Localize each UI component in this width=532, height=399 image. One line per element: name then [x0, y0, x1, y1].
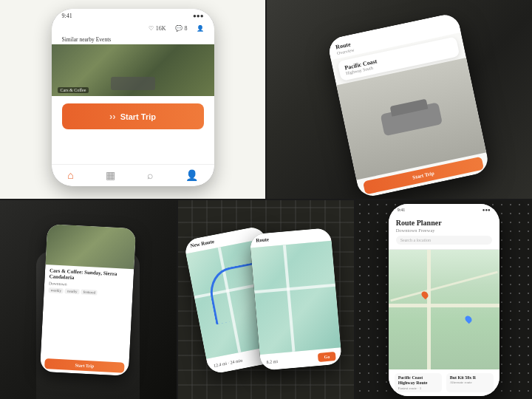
heart-icon: ♡	[149, 25, 154, 32]
top-right-panel: Route Overview Pacific Coast Highway Sou…	[267, 0, 532, 199]
br-destination-pin-2	[464, 315, 474, 324]
event-hero-image: Cars & Coffee	[52, 44, 214, 96]
bl-content: Cars & Coffee: Sunday, Sierra Candalaria…	[41, 264, 134, 359]
likes-count: ♡ 16K	[149, 25, 166, 32]
map-road-v-2	[283, 245, 296, 352]
br-status-bar: 9:41 ●●●	[389, 204, 499, 216]
bl-tag-weekly: weekly	[49, 287, 64, 293]
phone-mockup-bm-2: Route 8.2 mi Go	[249, 228, 342, 371]
br-time: 9:41	[398, 208, 406, 212]
car-illustration	[380, 101, 442, 135]
br-dest-name-2: But Kit 58x R	[450, 375, 490, 381]
phone-screen-br: 9:41 ●●● Route Planner Downtown Freeway …	[389, 204, 499, 396]
map-nav-icon[interactable]: ▦	[106, 169, 115, 182]
profile-icon: 👤	[197, 25, 204, 32]
comment-icon: 💬	[175, 25, 183, 32]
battery-indicator: ●●●	[193, 13, 204, 19]
br-battery: ●●●	[482, 208, 491, 212]
start-trip-button[interactable]: Start Trip	[62, 103, 204, 129]
br-bottom-card: Pacific Coast Highway Route Fastest rout…	[389, 369, 499, 395]
br-map	[389, 250, 499, 370]
bl-start-trip-button[interactable]: Start Trip	[44, 358, 125, 373]
br-destination-1[interactable]: Pacific Coast Highway Route Fastest rout…	[395, 373, 442, 392]
chevron-icon	[109, 111, 116, 122]
bm-go-button-2[interactable]: Go	[318, 352, 336, 362]
event-card-label: Cars & Coffee	[58, 87, 89, 93]
stone-background: Route Overview Pacific Coast Highway Sou…	[267, 0, 532, 199]
status-bar: 9:41 ●●●	[52, 9, 214, 22]
phone-screen-tl: 9:41 ●●● ♡ 16K 💬 8 👤 Similar nearby Even…	[52, 9, 214, 186]
top-left-panel: 9:41 ●●● ♡ 16K 💬 8 👤 Similar nearby Even…	[0, 0, 265, 199]
bottom-left-panel: Cars & Coffee: Sunday, Sierra Candalaria…	[0, 200, 177, 399]
profile-nav-icon[interactable]: 👤	[185, 169, 198, 182]
br-route-subtitle: Downtown Freeway	[396, 228, 492, 233]
bl-tag-nearby: nearby	[65, 288, 80, 294]
phone-screen-tr: Route Overview Pacific Coast Highway Sou…	[326, 12, 490, 199]
bottom-middle-panel: New Route 12.4 mi · 24 min Go	[178, 200, 355, 399]
bl-tag-featured: featured	[81, 289, 98, 295]
comments-count: 💬 8	[175, 25, 188, 32]
map-road-h-2	[254, 284, 335, 294]
hand-background: Cars & Coffee: Sunday, Sierra Candalaria…	[0, 200, 177, 399]
bottom-right-panel: 9:41 ●●● Route Planner Downtown Freeway …	[355, 200, 532, 399]
br-road-v	[427, 250, 431, 370]
phones-group: New Route 12.4 mi · 24 min Go	[178, 221, 355, 379]
br-dest-sub-2: Alternate route	[450, 381, 490, 384]
bm-map-2	[250, 241, 341, 355]
br-route-title: Route Planner	[396, 219, 492, 227]
dotted-background: 9:41 ●●● Route Planner Downtown Freeway …	[355, 200, 532, 399]
br-road-h	[389, 304, 499, 307]
bottom-row: Cars & Coffee: Sunday, Sierra Candalaria…	[0, 200, 532, 399]
phone-mockup-br: 9:41 ●●● Route Planner Downtown Freeway …	[389, 204, 499, 396]
nearby-events-label: Similar nearby Events	[52, 35, 214, 44]
phone-mockup-bl: Cars & Coffee: Sunday, Sierra Candalaria…	[40, 223, 136, 375]
br-destination-2[interactable]: But Kit 58x R Alternate route	[446, 373, 494, 392]
social-bar: ♡ 16K 💬 8 👤	[52, 22, 214, 35]
br-dest-name-1: Pacific Coast Highway Route	[398, 375, 438, 386]
home-nav-icon[interactable]: ⌂	[67, 170, 73, 182]
time-display: 9:41	[62, 13, 72, 19]
search-nav-icon[interactable]: ⌕	[147, 170, 153, 182]
bottom-nav: ⌂ ▦ ⌕ 👤	[52, 164, 214, 186]
bm-route-info-2: 8.2 mi	[266, 359, 278, 364]
br-search-box[interactable]: Search a location	[396, 236, 492, 245]
bm-route-info: 12.4 mi · 24 min	[214, 358, 243, 368]
br-dest-sub-1: Fastest route · 1	[398, 386, 438, 390]
br-header: Route Planner Downtown Freeway Search a …	[389, 216, 499, 250]
br-road-h2	[390, 271, 498, 302]
phone-mockup-tr: Route Overview Pacific Coast Highway Sou…	[326, 12, 490, 199]
bl-hero-image	[46, 223, 137, 268]
phone-screen-bl: Cars & Coffee: Sunday, Sierra Candalaria…	[40, 223, 136, 375]
phone-mockup-tl: 9:41 ●●● ♡ 16K 💬 8 👤 Similar nearby Even…	[52, 9, 214, 186]
grid-background: New Route 12.4 mi · 24 min Go	[178, 200, 355, 399]
phone-screen-bm-2: Route 8.2 mi Go	[249, 228, 342, 371]
